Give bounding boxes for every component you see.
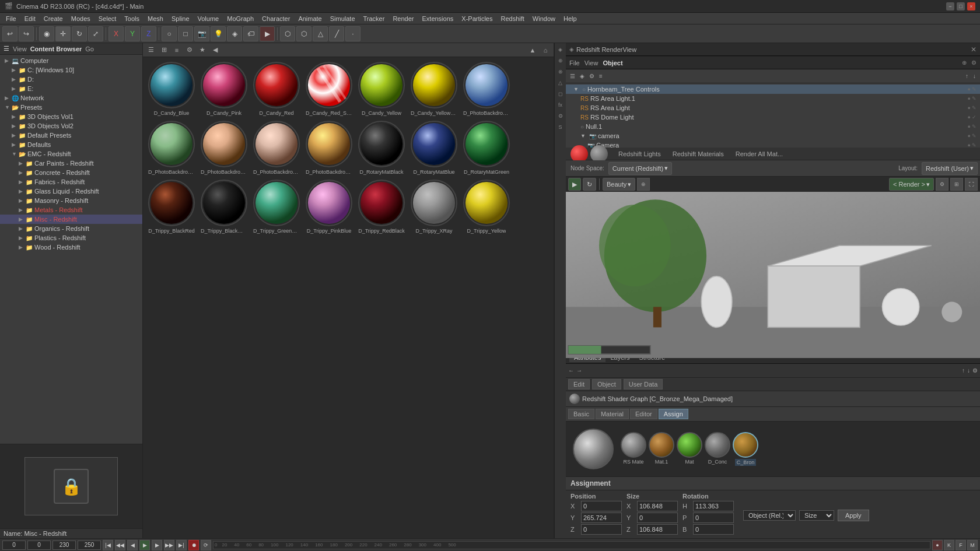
tree-item-fabrics[interactable]: ▶ 📁 Fabrics - Redshift	[0, 177, 142, 187]
tree-item-windows[interactable]: ▶ 📁 C: [Windows 10]	[0, 65, 142, 75]
material-item-pb4[interactable]: D_PhotoBackdrop_...	[250, 118, 303, 177]
material-item-tpinkblue[interactable]: D_Trippy_PinkBlue	[303, 177, 355, 236]
assign-tab-assign[interactable]: Assign	[659, 409, 688, 419]
render-dropdown[interactable]: < Render > ▾	[889, 178, 934, 191]
cube-button[interactable]: □	[178, 26, 193, 41]
z-pos-input[interactable]	[581, 524, 622, 535]
eye-icon-4[interactable]: ●	[968, 114, 971, 120]
material-item-tgreenpi[interactable]: D_Trippy_GreenPi...	[250, 177, 303, 236]
menu-extensions[interactable]: Extensions	[418, 14, 457, 23]
scene-item-camera[interactable]: ▼ 📷 camera ● ✎	[566, 131, 980, 141]
menu-create[interactable]: Create	[40, 14, 66, 23]
lock-icon-2[interactable]: ✎	[972, 96, 977, 101]
undo-button[interactable]: ↩	[2, 26, 18, 41]
attr-toolbar-icon-3[interactable]: ↑	[962, 367, 965, 374]
eye-icon-3[interactable]: ●	[968, 105, 971, 111]
tl-loop-btn[interactable]: ⟳	[201, 540, 211, 550]
tl-end2-input[interactable]	[78, 541, 101, 550]
mode-icon-3[interactable]: ⊗	[555, 66, 566, 77]
light-button[interactable]: 💡	[211, 26, 226, 41]
obj-icon-1[interactable]: ⊕	[962, 59, 967, 66]
tree-item-wood[interactable]: ▶ 📁 Wood - Redshift	[0, 243, 142, 252]
panel-go-tab[interactable]: Go	[85, 45, 94, 52]
beauty-dropdown[interactable]: Beauty ▾	[603, 178, 635, 191]
material-button[interactable]: ◈	[227, 26, 242, 41]
menu-simulate[interactable]: Simulate	[327, 14, 359, 23]
assign-tab-editor[interactable]: Editor	[630, 409, 657, 419]
tree-item-organics[interactable]: ▶ 📁 Organics - Redshift	[0, 224, 142, 233]
material-item-tblackwh[interactable]: D_Trippy_BlackWh...	[198, 177, 250, 236]
attr-toolbar-icon-5[interactable]: ⚙	[972, 367, 978, 374]
poly-mode-btn[interactable]: △	[313, 26, 328, 41]
menu-tools[interactable]: Tools	[121, 14, 143, 23]
material-item-candy-blue[interactable]: D_Candy_Blue	[145, 59, 198, 118]
menu-edit[interactable]: Edit	[21, 14, 39, 23]
lock-icon-3[interactable]: ✎	[972, 105, 977, 111]
tree-item-metals[interactable]: ▶ 📁 Metals - Redshift	[0, 205, 142, 215]
tree-item-network[interactable]: ▶ 🌐 Network	[0, 93, 142, 103]
render-refresh-btn[interactable]: ↻	[583, 178, 596, 191]
mode-icon-4[interactable]: △	[555, 78, 566, 88]
minimize-button[interactable]: −	[946, 2, 954, 10]
obj-toolbar-icon-3[interactable]: ⚙	[587, 73, 596, 79]
tree-item-e[interactable]: ▶ 📁 E:	[0, 84, 142, 93]
tree-item-plastics[interactable]: ▶ 📁 Plastics - Redshift	[0, 233, 142, 243]
attr-toolbar-icon-2[interactable]: →	[576, 367, 582, 374]
point-mode-btn[interactable]: ·	[345, 26, 360, 41]
coord-system-dropdown[interactable]: Size	[799, 510, 834, 521]
menu-character[interactable]: Character	[258, 14, 293, 23]
rotate-button[interactable]: ↻	[72, 26, 87, 41]
menu-file[interactable]: File	[2, 14, 20, 23]
material-item-candy-red[interactable]: D_Candy_Red	[250, 59, 303, 118]
grid-btn[interactable]: ⊞	[158, 45, 170, 55]
checkmark-icon[interactable]: ✓	[972, 114, 977, 120]
maximize-button[interactable]: □	[957, 2, 965, 10]
filter-btn[interactable]: ⚙	[184, 45, 195, 55]
tl-next-frame-btn[interactable]: ▶	[152, 540, 162, 550]
rsv-renderall-btn[interactable]: Render All Mat...	[732, 149, 786, 159]
scene-item-null1[interactable]: ○ Null.1 ● ✎	[566, 122, 980, 131]
component-mode-btn[interactable]: ⬡	[296, 26, 312, 41]
tl-start-input[interactable]	[2, 541, 26, 550]
tl-current-input[interactable]	[27, 541, 51, 550]
lock-icon-6[interactable]: ✎	[972, 133, 977, 139]
menu-render[interactable]: Render	[389, 14, 417, 23]
edge-mode-btn[interactable]: ╱	[329, 26, 344, 41]
tl-key-btn[interactable]: K	[944, 540, 954, 550]
y-axis-button[interactable]: Y	[125, 26, 140, 41]
tag-button[interactable]: 🏷	[243, 26, 258, 41]
list-btn[interactable]: ≡	[171, 45, 183, 55]
material-item-tblackred[interactable]: D_Trippy_BlackRed	[145, 177, 198, 236]
tree-item-defaults[interactable]: ▶ 📁 Defaults	[0, 140, 142, 149]
material-item-tredblack[interactable]: D_Trippy_RedBlack	[355, 177, 408, 236]
close-button[interactable]: ×	[967, 2, 975, 10]
rsv-close-icon[interactable]: ✕	[971, 45, 977, 54]
apply-button[interactable]: Apply	[838, 510, 869, 521]
panel-content-tab[interactable]: Content Browser	[30, 45, 82, 52]
material-item-pb3[interactable]: D_PhotoBackdrop_...	[198, 118, 250, 177]
menu-xparticles[interactable]: X-Particles	[458, 14, 496, 23]
tl-end1-input[interactable]	[52, 541, 76, 550]
x-pos-input[interactable]	[581, 501, 622, 511]
mat-swatch-cbron[interactable]: C_Bron	[733, 432, 758, 466]
tree-item-default-presets[interactable]: ▶ 📁 Default Presets	[0, 131, 142, 140]
rsv-lights-btn[interactable]: Redshift Lights	[615, 149, 664, 159]
scene-item-dome-light[interactable]: RS RS Dome Light ● ✓	[566, 113, 980, 122]
tree-item-3dvol1[interactable]: ▶ 📁 3D Objects Vol1	[0, 112, 142, 121]
material-item-pb1[interactable]: D_PhotoBackdrop_...	[460, 59, 513, 118]
obj-toolbar-icon-2[interactable]: ◈	[578, 73, 586, 79]
obj-toolbar-icon-1[interactable]: ☰	[568, 73, 577, 79]
menu-tracker[interactable]: Tracker	[360, 14, 388, 23]
menu-spline[interactable]: Spline	[168, 14, 193, 23]
b-rot-input[interactable]	[693, 524, 734, 535]
menu-select[interactable]: Select	[95, 14, 120, 23]
material-item-candy-pink[interactable]: D_Candy_Pink	[198, 59, 250, 118]
x-rot-input[interactable]	[693, 501, 734, 511]
menu-help[interactable]: Help	[560, 14, 580, 23]
settings-btn[interactable]: ⚙	[936, 178, 949, 191]
x-axis-button[interactable]: X	[108, 26, 124, 41]
menu-modes[interactable]: Modes	[68, 14, 94, 23]
y-pos-input[interactable]	[581, 513, 622, 523]
mode-icon-1[interactable]: ◈	[555, 44, 566, 55]
mat-swatch-mat1[interactable]: Mat.1	[649, 432, 674, 466]
